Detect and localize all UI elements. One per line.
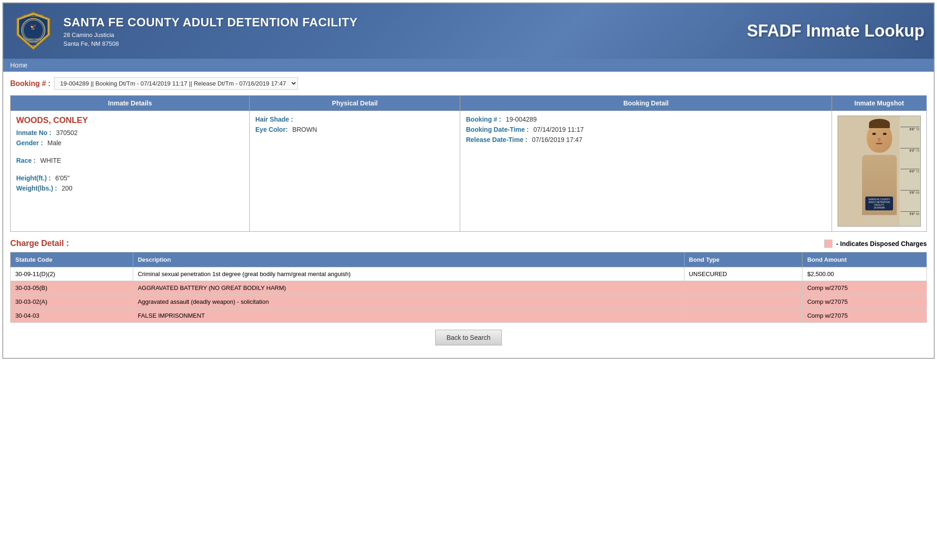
height-row: Height(ft.) : 6'05" — [16, 174, 244, 182]
race-label: Race : — [16, 157, 36, 164]
charge-bond-type — [684, 295, 802, 309]
charge-bond-amount: Comp w/27075 — [802, 309, 927, 323]
inmate-no-label: Inmate No : — [16, 129, 51, 136]
disposed-color-box — [824, 240, 832, 248]
charge-statute: 30-03-05(B) — [11, 281, 133, 295]
system-title: SFADF Inmate Lookup — [747, 21, 925, 41]
height-value: 6'05" — [55, 174, 70, 182]
gender-value: Male — [47, 139, 61, 147]
charge-row: 30-03-02(A)Aggravated assault (deadly we… — [11, 295, 927, 309]
charge-bond-type — [684, 281, 802, 295]
charges-col-description: Description — [133, 252, 684, 267]
eye-value: BROWN — [292, 126, 317, 133]
charge-description: Aggravated assault (deadly weapon) - sol… — [133, 295, 684, 309]
back-to-search-button[interactable]: Back to Search — [435, 330, 502, 345]
back-to-search-row: Back to Search — [10, 330, 927, 345]
charge-description: AGGRAVATED BATTERY (NO GREAT BODILY HARM… — [133, 281, 684, 295]
charge-statute: 30-09-11(D)(2) — [11, 267, 133, 281]
header-facility-info: SANTA FE COUNTY ADULT DETENTION FACILITY… — [63, 15, 747, 47]
disposed-legend: - Indicates Disposed Charges — [824, 240, 927, 248]
charges-table: Statute Code Description Bond Type Bond … — [10, 252, 927, 323]
race-row: Race : WHITE — [16, 157, 244, 164]
inmate-no-value: 370502 — [56, 129, 78, 136]
hair-label: Hair Shade : — [255, 116, 293, 123]
release-date-value: 07/16/2019 17:47 — [532, 136, 582, 143]
weight-value: 200 — [62, 185, 72, 192]
booking-detail-cell: Booking # : 19-004289 Booking Date-Time … — [460, 111, 832, 232]
booking-number-dropdown[interactable]: 19-004289 || Booking Dt/Tm - 07/14/2019 … — [54, 77, 298, 90]
booking-number-detail-value: 19-004289 — [506, 116, 537, 123]
gender-row: Gender : Male — [16, 139, 244, 147]
race-value: WHITE — [40, 157, 61, 164]
eye-label: Eye Color: — [255, 126, 288, 133]
hair-row: Hair Shade : — [255, 116, 454, 123]
main-content: Booking # : 19-004289 || Booking Dt/Tm -… — [3, 72, 934, 358]
charge-description: Criminal sexual penetration 1st degree (… — [133, 267, 684, 281]
charge-bond-amount: Comp w/27075 — [802, 295, 927, 309]
charge-statute: 30-03-02(A) — [11, 295, 133, 309]
charge-statute: 30-04-03 — [11, 309, 133, 323]
col-header-inmate-details: Inmate Details — [11, 96, 250, 111]
charge-bond-type: UNSECURED — [684, 267, 802, 281]
weight-row: Weight(lbs.) : 200 — [16, 185, 244, 192]
gender-label: Gender : — [16, 139, 43, 147]
svg-text:DEPARTMENT: DEPARTMENT — [26, 42, 41, 44]
facility-address1: 28 Camino Justicia — [63, 31, 747, 38]
svg-text:CORRECTIONS: CORRECTIONS — [25, 38, 41, 41]
booking-date-label: Booking Date-Time : — [466, 126, 529, 133]
home-link[interactable]: Home — [10, 62, 27, 69]
facility-badge: 🦅 SANTA FE COUNTY CORRECTIONS DEPARTMENT… — [12, 10, 54, 52]
charge-row: 30-09-11(D)(2)Criminal sexual penetratio… — [11, 267, 927, 281]
charge-row: 30-04-03FALSE IMPRISONMENTComp w/27075 — [11, 309, 927, 323]
mugshot-cell: 6'6"78 6'3"75 6'0"72 5'9"69 — [832, 111, 927, 232]
height-label: Height(ft.) : — [16, 174, 51, 182]
inmate-details-cell: WOODS, CONLEY Inmate No : 370502 Gender … — [11, 111, 250, 232]
col-header-physical-detail: Physical Detail — [250, 96, 460, 111]
svg-text:SANTA FE COUNTY: SANTA FE COUNTY — [24, 15, 43, 17]
inmate-name: WOODS, CONLEY — [16, 116, 244, 125]
charges-col-bond-type: Bond Type — [684, 252, 802, 267]
navigation-bar: Home — [3, 59, 934, 72]
mugshot-image: 6'6"78 6'3"75 6'0"72 5'9"69 — [838, 116, 921, 227]
col-header-inmate-mugshot: Inmate Mugshot — [832, 96, 927, 111]
inmate-details-table: Inmate Details Physical Detail Booking D… — [10, 95, 927, 232]
charge-bond-amount: $2,500.00 — [802, 267, 927, 281]
col-header-booking-detail: Booking Detail — [460, 96, 832, 111]
release-date-label: Release Date-Time : — [466, 136, 527, 143]
eye-row: Eye Color: BROWN — [255, 126, 454, 133]
charge-bond-type — [684, 309, 802, 323]
inmate-no-row: Inmate No : 370502 — [16, 129, 244, 136]
charges-col-statute: Statute Code — [11, 252, 133, 267]
facility-address2: Santa Fe, NM 87508 — [63, 40, 747, 47]
svg-text:🦅: 🦅 — [30, 23, 37, 31]
facility-name: SANTA FE COUNTY ADULT DETENTION FACILITY — [63, 15, 747, 30]
physical-detail-cell: Hair Shade : Eye Color: BROWN — [250, 111, 460, 232]
booking-number-field: Booking # : 19-004289 — [466, 116, 826, 123]
charge-row: 30-03-05(B)AGGRAVATED BATTERY (NO GREAT … — [11, 281, 927, 295]
booking-number-detail-label: Booking # : — [466, 116, 501, 123]
charges-col-bond-amount: Bond Amount — [802, 252, 927, 267]
release-date-field: Release Date-Time : 07/16/2019 17:47 — [466, 136, 826, 143]
booking-number-label: Booking # : — [10, 80, 50, 88]
weight-label: Weight(lbs.) : — [16, 185, 57, 192]
charge-description: FALSE IMPRISONMENT — [133, 309, 684, 323]
booking-number-row: Booking # : 19-004289 || Booking Dt/Tm -… — [10, 77, 927, 90]
svg-text:NM: NM — [31, 44, 36, 47]
booking-date-value: 07/14/2019 11:17 — [533, 126, 584, 133]
disposed-text: - Indicates Disposed Charges — [836, 240, 927, 247]
charge-title: Charge Detail : — [10, 239, 69, 248]
charge-header-row: Charge Detail : - Indicates Disposed Cha… — [10, 239, 927, 248]
booking-date-field: Booking Date-Time : 07/14/2019 11:17 — [466, 126, 826, 133]
charge-bond-amount: Comp w/27075 — [802, 281, 927, 295]
page-header: 🦅 SANTA FE COUNTY CORRECTIONS DEPARTMENT… — [3, 3, 934, 59]
